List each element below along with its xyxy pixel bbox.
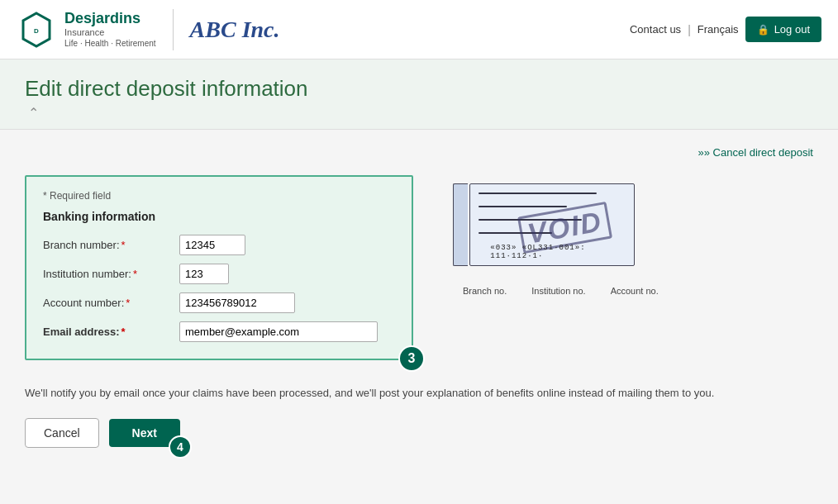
cheque-labels: Branch no. Institution no. Account no.	[446, 286, 659, 296]
email-row: Email address:*	[43, 321, 395, 342]
cheque-image: VOID «033» «OL331·001»: 111·112·1·	[453, 175, 651, 283]
cheque-numbers: «033» «OL331·001»: 111·112·1·	[490, 244, 634, 260]
institution-no-label: Institution no.	[531, 286, 585, 296]
banking-info-title: Banking information	[43, 210, 395, 223]
account-no-label: Account no.	[611, 286, 659, 296]
page-title: Edit direct deposit information	[25, 76, 813, 102]
contact-us-link[interactable]: Contact us	[630, 23, 681, 36]
buttons-row: Cancel Next 4	[25, 418, 813, 448]
brand-name: Desjardins	[64, 10, 156, 28]
logo-area: D Desjardins InsuranceLife · Health · Re…	[17, 10, 156, 50]
account-input[interactable]	[179, 292, 295, 313]
cheque-area: VOID «033» «OL331·001»: 111·112·1· Branc…	[446, 175, 813, 296]
banking-form-box: * Required field Banking information Bra…	[25, 175, 413, 360]
step-4-badge: 4	[169, 435, 192, 459]
email-label: Email address:*	[43, 326, 179, 338]
cancel-direct-deposit-link[interactable]: »» Cancel direct deposit	[25, 146, 813, 159]
nav-separator: |	[688, 23, 691, 36]
logout-button[interactable]: 🔒 Log out	[745, 17, 821, 42]
language-toggle[interactable]: Français	[698, 23, 739, 36]
desjardins-logo-icon: D	[17, 10, 56, 50]
cheque-stub	[453, 183, 468, 266]
required-note: * Required field	[43, 190, 395, 202]
institution-label: Institution number:*	[43, 268, 179, 280]
next-button[interactable]: Next 4	[109, 419, 180, 447]
svg-text:D: D	[34, 27, 39, 35]
main-content: »» Cancel direct deposit * Required fiel…	[0, 130, 838, 504]
lock-icon: 🔒	[757, 24, 769, 36]
branch-input[interactable]	[179, 235, 245, 255]
branch-row: Branch number:*	[43, 235, 395, 255]
chevron-up-icon: ⌃	[28, 106, 39, 120]
header-divider	[173, 9, 174, 50]
logo-text: Desjardins InsuranceLife · Health · Reti…	[64, 10, 156, 50]
account-label: Account number:*	[43, 297, 179, 309]
cancel-button[interactable]: Cancel	[25, 418, 99, 448]
branch-label: Branch number:*	[43, 239, 179, 251]
header-nav: Contact us | Français 🔒 Log out	[630, 17, 821, 42]
email-input[interactable]	[179, 321, 378, 342]
content-row: * Required field Banking information Bra…	[25, 175, 813, 360]
header: D Desjardins InsuranceLife · Health · Re…	[0, 0, 838, 59]
branch-no-label: Branch no.	[463, 286, 507, 296]
cheque-diagram: VOID «033» «OL331·001»: 111·112·1· Branc…	[446, 175, 659, 296]
notification-text: We'll notify you by email once your clai…	[25, 385, 736, 402]
institution-row: Institution number:*	[43, 264, 395, 284]
cheque-paper: VOID «033» «OL331·001»: 111·112·1·	[469, 183, 635, 266]
step-3-badge: 3	[398, 345, 425, 372]
institution-input[interactable]	[179, 264, 229, 284]
brand-tagline: InsuranceLife · Health · Retirement	[64, 27, 156, 49]
page-title-area: Edit direct deposit information ⌃	[0, 59, 838, 130]
company-name: ABC Inc.	[190, 17, 280, 43]
logout-label: Log out	[774, 23, 810, 36]
account-row: Account number:*	[43, 292, 395, 313]
